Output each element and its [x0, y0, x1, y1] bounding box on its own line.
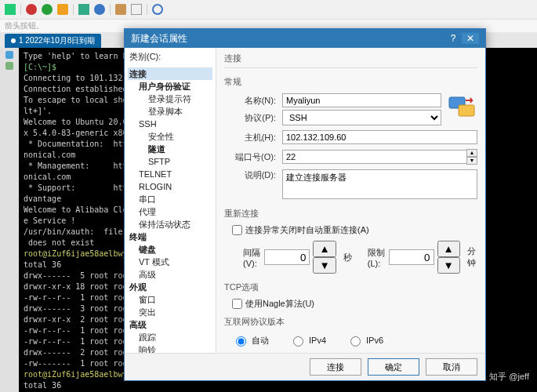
auto-reconnect-label: 连接异常关闭时自动重新连接(A): [245, 224, 369, 236]
spin-down-icon[interactable]: ▼: [466, 157, 477, 165]
name-input[interactable]: [282, 93, 441, 107]
limit-label: 限制(L):: [368, 247, 386, 268]
group-ipver: 互联网协议版本: [224, 316, 477, 328]
tree-node[interactable]: 突出: [128, 306, 212, 318]
protocol-select[interactable]: SSH: [282, 110, 441, 125]
spin-up-icon[interactable]: ▲: [466, 149, 477, 157]
tree-node[interactable]: 窗口: [128, 293, 212, 306]
tree-node[interactable]: RLOGIN: [128, 180, 212, 193]
tree-node[interactable]: 终端: [128, 230, 212, 243]
spin-down-icon[interactable]: ▼: [437, 257, 460, 274]
ip-auto-radio[interactable]: [236, 336, 246, 347]
session-icon[interactable]: [78, 4, 89, 15]
interval-input[interactable]: [264, 249, 310, 265]
limit-input[interactable]: [389, 249, 434, 265]
port-spinner[interactable]: ▲▼: [466, 149, 477, 165]
category-column: 类别(C): 连接用户身份验证登录提示符登录脚本SSH安全性隧道SFTPTELN…: [125, 48, 216, 353]
tree-node[interactable]: 跟踪: [128, 331, 212, 343]
help-icon[interactable]: ?: [444, 33, 462, 44]
tree-node[interactable]: TELNET: [128, 168, 212, 180]
name-label: 名称(N):: [224, 95, 282, 107]
description-input[interactable]: [282, 169, 477, 199]
category-label: 类别(C):: [125, 48, 216, 66]
tree-node[interactable]: VT 模式: [128, 256, 212, 268]
separator: [110, 4, 111, 15]
port-label: 端口号(O):: [224, 151, 282, 163]
dialog-button-row: 连接 确定 取消: [125, 353, 485, 380]
separator: [73, 4, 74, 15]
ipv6-label: IPv6: [366, 336, 383, 345]
nagle-checkbox[interactable]: [232, 299, 242, 309]
connect-button[interactable]: 连接: [310, 358, 361, 376]
spin-up-icon[interactable]: ▲: [437, 241, 460, 257]
ipv4-label: IPv4: [309, 336, 326, 345]
tab-indicator-icon: [11, 38, 16, 43]
list-icon[interactable]: [131, 4, 142, 15]
side-gutter: [0, 48, 19, 392]
tree-node[interactable]: SSH: [128, 118, 212, 130]
tree-node[interactable]: 高级: [128, 268, 212, 281]
category-tree[interactable]: 连接用户身份验证登录提示符登录脚本SSH安全性隧道SFTPTELNETRLOGI…: [125, 66, 216, 353]
separator: [20, 4, 21, 15]
gutter-session-icon[interactable]: [5, 62, 13, 70]
folder-icon[interactable]: [115, 4, 126, 15]
dialog-title: 新建会话属性: [131, 32, 187, 45]
close-icon[interactable]: ✕: [462, 33, 479, 44]
interval-spinner[interactable]: ▲▼: [313, 241, 340, 274]
tree-node[interactable]: 外观: [128, 281, 212, 293]
new-session-dialog: 新建会话属性 ? ✕ 类别(C): 连接用户身份验证登录提示符登录脚本SSH安全…: [124, 28, 486, 381]
svg-rect-1: [459, 105, 474, 116]
tree-node[interactable]: 隧道: [128, 143, 212, 155]
settings-panel: 连接 常规 名称(N): 协议(P): SSH: [216, 48, 485, 353]
desc-label: 说明(D):: [224, 169, 282, 181]
interval-label: 间隔(V):: [243, 247, 261, 268]
tree-node[interactable]: 登录脚本: [128, 105, 212, 118]
app-toolbar: [0, 0, 537, 20]
ip-auto-option[interactable]: 自动: [232, 334, 269, 347]
cancel-button[interactable]: 取消: [426, 358, 477, 376]
tab-label: 1 2022年10月8日到期: [19, 34, 95, 48]
limit-spinner[interactable]: ▲▼: [437, 241, 465, 274]
tree-node[interactable]: 登录提示符: [128, 93, 212, 105]
host-label: 主机(H):: [224, 132, 282, 143]
spin-up-icon[interactable]: ▲: [313, 241, 336, 257]
gutter-arrow-icon[interactable]: [5, 51, 13, 59]
globe-icon[interactable]: [94, 4, 105, 15]
tree-node[interactable]: 代理: [128, 205, 212, 218]
tree-node[interactable]: 串口: [128, 193, 212, 205]
bookmark-icon[interactable]: [57, 4, 68, 15]
dialog-titlebar: 新建会话属性 ? ✕: [125, 29, 485, 48]
tree-node[interactable]: 响铃: [128, 343, 212, 353]
divider: [224, 67, 477, 68]
spin-down-icon[interactable]: ▼: [313, 257, 336, 274]
panel-title: 连接: [224, 53, 477, 67]
auto-reconnect-checkbox[interactable]: [232, 225, 242, 235]
protocol-label: 协议(P):: [224, 112, 282, 124]
port-input[interactable]: [282, 150, 467, 164]
tree-node[interactable]: SFTP: [128, 155, 212, 168]
minutes-label: 分钟: [467, 245, 477, 269]
tree-node[interactable]: 用户身份验证: [128, 80, 212, 93]
ipv6-radio[interactable]: [350, 336, 361, 347]
group-tcp: TCP选项: [224, 281, 477, 293]
ok-button[interactable]: 确定: [368, 358, 419, 376]
ipv4-option[interactable]: IPv4: [289, 334, 326, 347]
seconds-label: 秒: [343, 252, 352, 263]
tree-node[interactable]: 保持活动状态: [128, 218, 212, 230]
session-big-icon: [446, 91, 477, 122]
ipv4-radio[interactable]: [293, 336, 303, 347]
tree-node[interactable]: 安全性: [128, 130, 212, 143]
help-icon[interactable]: [152, 4, 163, 15]
ip-auto-label: 自动: [252, 335, 269, 347]
record-icon[interactable]: [26, 4, 37, 15]
ipv6-option[interactable]: IPv6: [347, 334, 383, 347]
host-input[interactable]: [282, 130, 477, 144]
dot-icon[interactable]: [42, 4, 53, 15]
tree-node[interactable]: 连接: [128, 67, 212, 80]
circle-icon[interactable]: [5, 4, 16, 15]
group-general: 常规: [224, 76, 477, 88]
tree-node[interactable]: 高级: [128, 318, 212, 331]
tree-node[interactable]: 键盘: [128, 243, 212, 256]
session-tab[interactable]: 1 2022年10月8日到期: [5, 34, 101, 48]
group-reconnect: 重新连接: [224, 208, 477, 220]
